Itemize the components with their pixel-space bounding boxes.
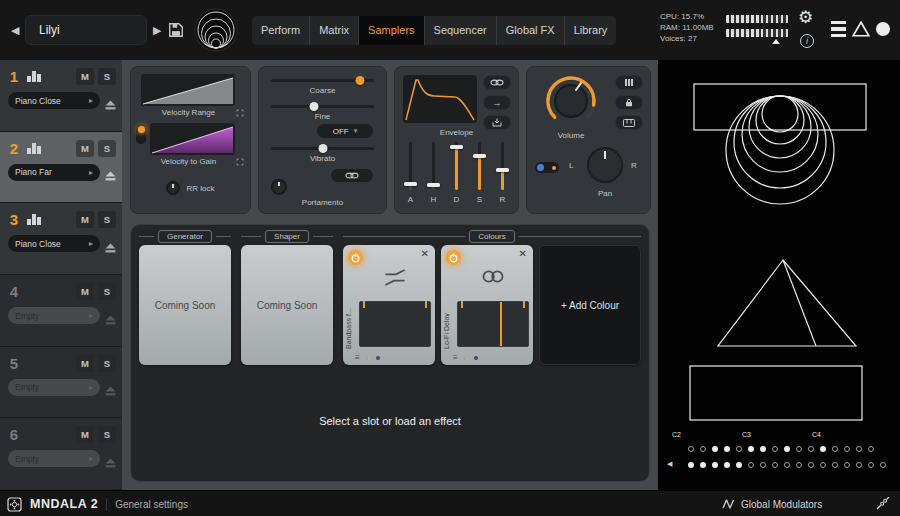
add-colour-button[interactable]: + Add Colour [539,245,641,365]
mute-button[interactable]: M [76,283,94,300]
scroll-left-icon[interactable]: ◀ [667,460,672,468]
sampler-slot-6[interactable]: 6 M S Empty ▸ [0,418,122,490]
solo-button[interactable]: S [98,140,116,157]
sampler-slot-4[interactable]: 4 M S Empty ▸ [0,275,122,347]
velocity-gain-graph[interactable] [150,123,235,155]
eject-icon[interactable] [105,239,116,249]
solo-button[interactable]: S [98,426,116,443]
velocity-gain-toggle[interactable] [136,124,146,144]
envelope-fader-sustain[interactable]: S [471,142,489,204]
mndala-spiral-logo [193,7,239,53]
solo-button[interactable]: S [98,211,116,228]
slider-thumb[interactable] [355,76,364,85]
waveform-icon [27,214,41,225]
fader-thumb[interactable] [473,154,486,158]
sample-selector[interactable]: Empty ▸ [8,307,100,324]
sampler-slot-3[interactable]: 3 M S Piano Close ▸ [0,203,122,275]
fader-thumb[interactable] [496,168,509,172]
close-icon[interactable]: ✕ [517,247,529,261]
general-settings-link[interactable]: General settings [115,499,188,510]
sample-selector[interactable]: Piano Close ▸ [8,92,100,109]
colour-slot-bandpass[interactable]: ✕ Bandpass f... ≡ ▲ [343,245,435,365]
solo-button[interactable]: S [98,68,116,85]
close-icon[interactable]: ✕ [419,247,431,261]
eject-icon[interactable] [105,311,116,321]
vibrato-slider[interactable]: Vibrato [271,147,374,163]
disconnect-icon[interactable] [875,497,890,511]
envelope-fader-hold[interactable]: H [425,142,443,204]
preset-forward-icon[interactable]: ▶ [153,23,161,37]
sample-selector[interactable]: Empty ▸ [8,450,100,467]
output-keyboard-button[interactable] [615,115,643,130]
expand-icon[interactable] [236,109,244,117]
gear-icon[interactable]: ⚙ [798,8,813,28]
mute-button[interactable]: M [76,355,94,372]
output-meter-button[interactable] [615,75,643,90]
meter-marker-icon[interactable] [772,39,780,44]
portamento-knob[interactable] [271,179,287,195]
eject-icon[interactable] [105,454,116,464]
mute-button[interactable]: M [76,68,94,85]
generator-slot[interactable]: Coming Soon [139,245,231,365]
fader-thumb[interactable] [404,182,417,186]
tab-sequencer[interactable]: Sequencer [424,16,496,45]
solo-button[interactable]: S [98,283,116,300]
envelope-fader-decay[interactable]: D [448,142,466,204]
tab-samplers[interactable]: Samplers [358,16,423,45]
tab-global-fx[interactable]: Global FX [496,16,564,45]
effects-rack: Generator Shaper Colours Coming Soon Com… [130,224,650,482]
sampler-slot-2[interactable]: 2 M S Piano Far ▸ [0,132,122,204]
eject-icon[interactable] [105,167,116,177]
global-modulators-link[interactable]: Global Modulators [722,491,822,516]
shaper-slot[interactable]: Coming Soon [241,245,333,365]
pan-knob[interactable] [587,147,623,183]
pitch-mode-value: OFF [333,127,349,136]
rr-lock-knob[interactable] [166,181,180,195]
tab-library[interactable]: Library [564,16,617,45]
fader-thumb[interactable] [427,183,440,187]
menu-icon[interactable]: ≡ [453,353,458,363]
effect-display[interactable] [359,301,431,347]
slider-thumb[interactable] [318,144,327,153]
coarse-slider[interactable]: Coarse [271,79,374,95]
expand-icon[interactable] [236,158,244,166]
envelope-copy-button[interactable]: → [483,95,511,110]
fader-thumb[interactable] [450,145,463,149]
info-icon[interactable]: i [800,34,814,48]
sampler-slot-1[interactable]: 1 M S Piano Close ▸ [0,60,122,132]
slider-thumb[interactable] [310,102,319,111]
save-icon[interactable] [168,22,184,38]
sampler-slot-5[interactable]: 5 M S Empty ▸ [0,347,122,419]
eject-icon[interactable] [105,96,116,106]
sample-selector[interactable]: Piano Close ▸ [8,235,100,252]
tab-perform[interactable]: Perform [252,16,309,45]
mute-button[interactable]: M [76,211,94,228]
fine-slider[interactable]: Fine [271,105,374,121]
mute-button[interactable]: M [76,426,94,443]
envelope-fader-attack[interactable]: A [402,142,420,204]
sample-selector[interactable]: Empty ▸ [8,379,100,396]
velocity-range-graph[interactable] [141,74,235,106]
visualizer-panel: C2 C3 C4 ◀ [658,60,900,490]
preset-back-icon[interactable]: ◀ [11,23,19,37]
lr-toggle[interactable] [535,162,559,173]
vibrato-link-button[interactable] [331,169,373,182]
tab-matrix[interactable]: Matrix [309,16,358,45]
mute-button[interactable]: M [76,140,94,157]
colour-slot-lofi-delay[interactable]: ✕ Lo-Fi Delay ≡ ▲ [441,245,533,365]
sample-selector[interactable]: Piano Far ▸ [8,164,100,181]
menu-icon[interactable]: ≡ [355,353,360,363]
volume-knob[interactable] [543,73,599,129]
output-lock-button[interactable] [615,95,643,110]
level-meters[interactable] [726,15,790,43]
eject-icon[interactable] [105,382,116,392]
effect-display[interactable] [457,301,529,347]
envelope-fader-release[interactable]: R [494,142,512,204]
pitch-mode-dropdown[interactable]: OFF ▾ [317,124,373,138]
preset-selector[interactable]: Lilyi [25,15,147,45]
envelope-graph[interactable] [403,75,477,123]
octave-label-c4: C4 [812,431,821,438]
stripes-icon [624,78,634,87]
envelope-link-button[interactable] [483,75,511,90]
solo-button[interactable]: S [98,355,116,372]
